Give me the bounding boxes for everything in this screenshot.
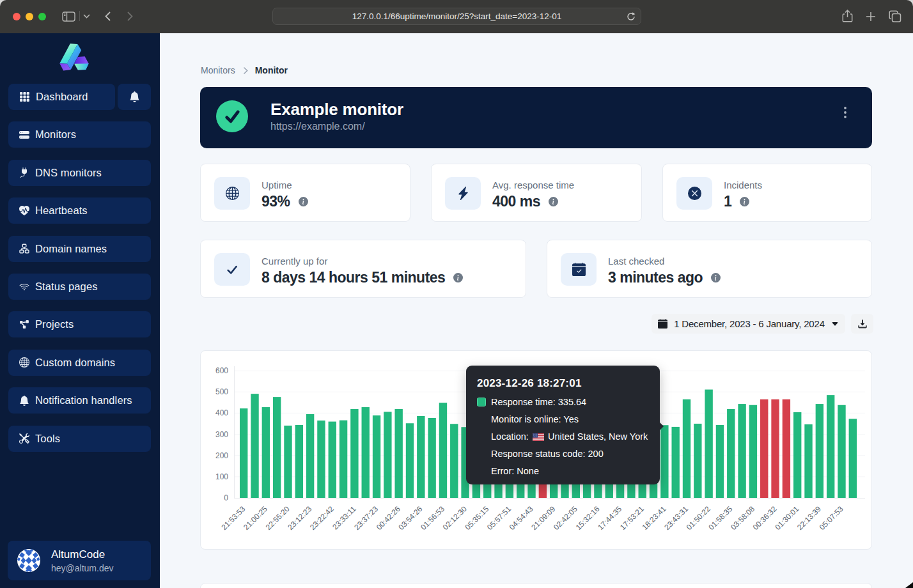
svg-text:0: 0 xyxy=(224,493,228,502)
svg-text:200: 200 xyxy=(215,451,228,460)
svg-text:300: 300 xyxy=(215,430,228,439)
svg-text:500: 500 xyxy=(215,387,228,396)
svg-text:100: 100 xyxy=(215,472,228,481)
svg-text:23:22:42: 23:22:42 xyxy=(308,504,336,532)
svg-text:05:07:53: 05:07:53 xyxy=(818,504,845,532)
svg-text:400: 400 xyxy=(215,408,228,417)
svg-text:600: 600 xyxy=(215,366,228,375)
